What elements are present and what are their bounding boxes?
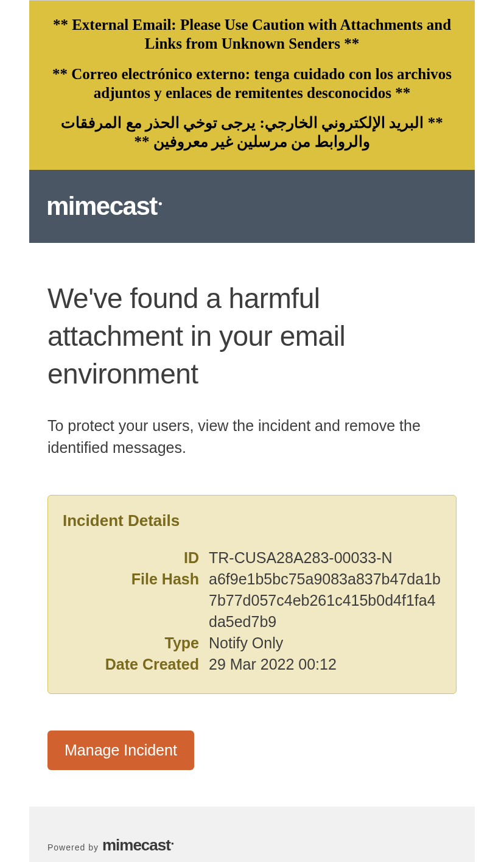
incident-file-hash-label: File Hash: [63, 569, 209, 632]
incident-file-hash-value: a6f9e1b5bc75a9083a837b47da1b7b77d057c4eb…: [209, 569, 441, 632]
incident-row-file-hash: File Hash a6f9e1b5bc75a9083a837b47da1b7b…: [63, 569, 441, 632]
manage-incident-button[interactable]: Manage Incident: [47, 731, 194, 770]
footer: Powered by mimecast● © 2018 Mimecast Ser…: [29, 807, 475, 862]
incident-row-type: Type Notify Only: [63, 632, 441, 654]
incident-details-table: ID TR-CUSA28A283-00033-N File Hash a6f9e…: [63, 547, 441, 675]
incident-date-created-label: Date Created: [63, 654, 209, 675]
incident-id-value: TR-CUSA28A283-00033-N: [209, 547, 441, 569]
warning-text-spanish: ** Correo electrónico externo: tenga cui…: [47, 65, 457, 103]
incident-type-label: Type: [63, 632, 209, 654]
warning-text-english: ** External Email: Please Use Caution wi…: [47, 15, 457, 54]
mimecast-logo: mimecast●: [46, 192, 458, 221]
incident-row-id: ID TR-CUSA28A283-00033-N: [63, 547, 441, 569]
incident-details-box: Incident Details ID TR-CUSA28A283-00033-…: [47, 495, 457, 694]
subtext: To protect your users, view the incident…: [47, 415, 457, 459]
headline: We've found a harmful attachment in your…: [47, 279, 457, 393]
incident-date-created-value: 29 Mar 2022 00:12: [209, 654, 441, 675]
external-email-warning-banner: ** External Email: Please Use Caution wi…: [29, 1, 475, 170]
incident-type-value: Notify Only: [209, 632, 441, 654]
email-body: We've found a harmful attachment in your…: [29, 243, 475, 807]
header-bar: mimecast●: [29, 170, 475, 243]
mimecast-footer-logo: mimecast●: [102, 836, 173, 855]
incident-details-title: Incident Details: [63, 511, 441, 530]
incident-row-date-created: Date Created 29 Mar 2022 00:12: [63, 654, 441, 675]
powered-by-label: Powered by: [47, 843, 99, 852]
incident-id-label: ID: [63, 547, 209, 569]
warning-text-arabic: ** البريد الإلكتروني الخارجي: يرجى توخي …: [47, 113, 457, 152]
powered-by-row: Powered by mimecast●: [47, 836, 457, 855]
